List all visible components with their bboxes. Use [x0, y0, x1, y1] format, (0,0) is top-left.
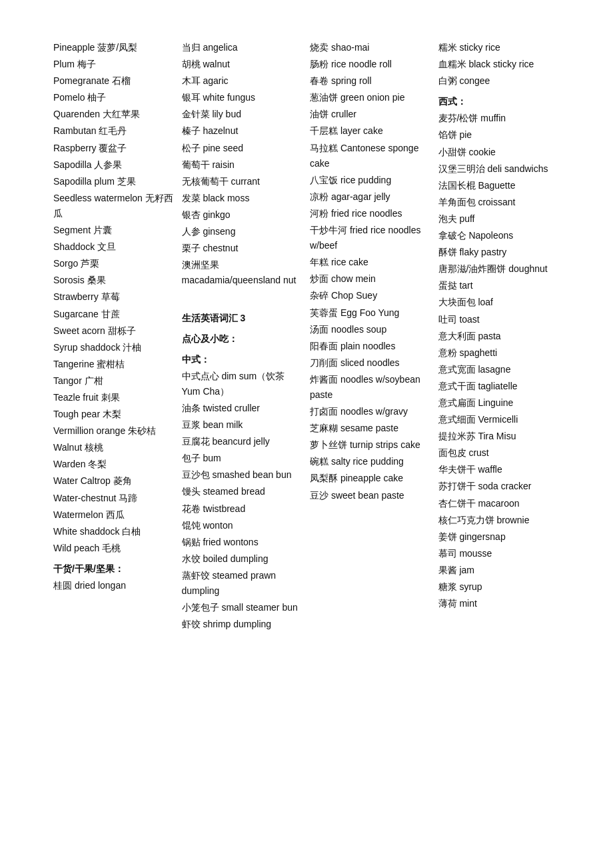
list-item: 刀削面 sliced noodles — [310, 355, 432, 371]
list-item: 吐司 toast — [438, 312, 560, 327]
list-item — [182, 289, 304, 305]
list-item: White shaddock 白柚 — [53, 524, 175, 539]
list-item: 炸酱面 noodles w/soybean paste — [310, 372, 432, 403]
list-item: 澳洲坚果 macadamia/queensland nut — [182, 257, 304, 288]
list-item: Teazle fruit 刺果 — [53, 390, 175, 405]
list-item: 慕司 mousse — [438, 546, 560, 561]
list-item: 豆沙包 smashed bean bun — [182, 467, 304, 483]
list-item: 凤梨酥 pineapple cake — [310, 471, 432, 486]
list-item: 蛋挞 tart — [438, 278, 560, 293]
list-item: 桂圆 dried longan — [53, 578, 175, 593]
list-item: 意粉 spaghetti — [438, 345, 560, 361]
list-item: 栗子 chestnut — [182, 241, 304, 256]
list-item: 油条 twisted cruller — [182, 401, 304, 416]
list-item: 水饺 boiled dumpling — [182, 551, 304, 567]
list-item: 炒面 chow mein — [310, 271, 432, 287]
list-item: Sugarcane 甘蔗 — [53, 307, 175, 322]
column-1: Pineapple 菠萝/凤梨Plum 梅子Pomegranate 石榴Pome… — [53, 40, 175, 633]
list-item: Tangor 广柑 — [53, 373, 175, 389]
list-item: 血糯米 black sticky rice — [438, 57, 560, 72]
list-item: 中式点心 dim sum（饮茶 Yum Cha） — [182, 369, 304, 399]
list-item: Pineapple 菠萝/凤梨 — [53, 40, 175, 55]
list-item: Sorosis 桑果 — [53, 273, 175, 288]
list-item: 华夫饼干 waffle — [438, 462, 560, 477]
list-item: 馅饼 pie — [438, 127, 560, 143]
list-item: 糖浆 syrup — [438, 579, 560, 595]
list-item: 芙蓉蛋 Egg Foo Yung — [310, 305, 432, 321]
list-item: 面包皮 crust — [438, 445, 560, 461]
list-item: Sapodilla 人参果 — [53, 157, 175, 173]
list-item: Tough pear 木梨 — [53, 407, 175, 422]
list-item: 花卷 twistbread — [182, 501, 304, 517]
list-item: 汤面 noodles soup — [310, 322, 432, 337]
list-item: 木耳 agaric — [182, 73, 304, 89]
list-item: 葱油饼 green onion pie — [310, 90, 432, 105]
list-item: 肠粉 rice noodle roll — [310, 57, 432, 72]
list-item: 榛子 hazelnut — [182, 123, 304, 139]
list-item: 油饼 cruller — [310, 107, 432, 122]
list-item: 打卤面 noodles w/gravy — [310, 404, 432, 419]
list-item: Segment 片囊 — [53, 223, 175, 238]
list-item: 果酱 jam — [438, 563, 560, 578]
list-item: Wild peach 毛桃 — [53, 541, 175, 556]
list-item: 姜饼 gingersnap — [438, 529, 560, 545]
list-item: 松子 pine seed — [182, 141, 304, 156]
list-item: 芝麻糊 sesame paste — [310, 421, 432, 436]
list-item: 拿破仑 Napoleons — [438, 228, 560, 243]
list-item: 人参 ginseng — [182, 224, 304, 239]
list-item: 无核葡萄干 currant — [182, 174, 304, 189]
list-item: 银耳 white fungus — [182, 90, 304, 105]
list-item: 碗糕 salty rice pudding — [310, 454, 432, 469]
section-header: 干货/干果/坚果： — [53, 561, 175, 577]
list-item: 金针菜 lily bud — [182, 107, 304, 122]
list-item: 豆沙 sweet bean paste — [310, 488, 432, 503]
list-item: Sorgo 芦栗 — [53, 256, 175, 271]
list-item: 杏仁饼干 macaroon — [438, 496, 560, 511]
list-item: Warden 冬梨 — [53, 457, 175, 472]
list-item: 大块面包 loaf — [438, 295, 560, 310]
list-item: 意式扁面 Linguine — [438, 395, 560, 411]
list-item: 杂碎 Chop Suey — [310, 288, 432, 303]
list-item: 豆浆 bean milk — [182, 417, 304, 433]
list-item: 豆腐花 beancurd jelly — [182, 434, 304, 449]
list-item: 羊角面包 croissant — [438, 195, 560, 210]
list-item: 小笼包子 small steamer bun — [182, 600, 304, 615]
list-item: 马拉糕 Cantonese sponge cake — [310, 141, 432, 171]
list-item: 八宝饭 rice pudding — [310, 173, 432, 188]
list-item: Strawberry 草莓 — [53, 289, 175, 305]
list-item: Tangerine 蜜柑桔 — [53, 357, 175, 372]
list-item: 葡萄干 raisin — [182, 157, 304, 173]
section-header: 生活英语词汇 3 — [182, 311, 304, 326]
list-item: Water Caltrop 菱角 — [53, 473, 175, 489]
list-item: 馒头 steamed bread — [182, 484, 304, 499]
list-item: 意式宽面 lasagne — [438, 362, 560, 377]
list-item: 包子 bum — [182, 451, 304, 466]
list-item: 法国长棍 Baguette — [438, 178, 560, 193]
section-header: 中式： — [182, 352, 304, 367]
section-header: 西式： — [438, 94, 560, 109]
list-item: 阳春面 plain noodles — [310, 339, 432, 354]
list-item: Seedless watermelon 无籽西瓜 — [53, 191, 175, 221]
column-4: 糯米 sticky rice血糯米 black sticky rice白粥 co… — [438, 40, 560, 633]
list-item: 唐那滋/油炸圈饼 doughnut — [438, 261, 560, 277]
list-item: 小甜饼 cookie — [438, 145, 560, 160]
list-item: 核仁巧克力饼 brownie — [438, 513, 560, 528]
list-item: 白粥 congee — [438, 73, 560, 89]
list-item: 苏打饼干 soda cracker — [438, 479, 560, 494]
list-item: 泡夫 puff — [438, 211, 560, 227]
list-item: 汉堡三明治 deli sandwichs — [438, 161, 560, 177]
list-item: Pomelo 柚子 — [53, 90, 175, 105]
list-item: 提拉米苏 Tira Misu — [438, 429, 560, 444]
column-3: 烧卖 shao-mai肠粉 rice noodle roll春卷 spring … — [310, 40, 432, 633]
list-item: Quarenden 大红苹果 — [53, 107, 175, 122]
list-item: 麦芬/松饼 muffin — [438, 111, 560, 126]
list-item: 虾饺 shrimp dumpling — [182, 617, 304, 632]
list-item: 胡桃 walnut — [182, 57, 304, 72]
list-item: 银杏 ginkgo — [182, 207, 304, 223]
list-item: Syrup shaddock 汁柚 — [53, 340, 175, 355]
list-item: 烧卖 shao-mai — [310, 40, 432, 55]
list-item: 意大利面 pasta — [438, 329, 560, 344]
list-item: Pomegranate 石榴 — [53, 73, 175, 89]
list-item: Sweet acorn 甜栎子 — [53, 323, 175, 339]
list-item: 发菜 black moss — [182, 191, 304, 206]
